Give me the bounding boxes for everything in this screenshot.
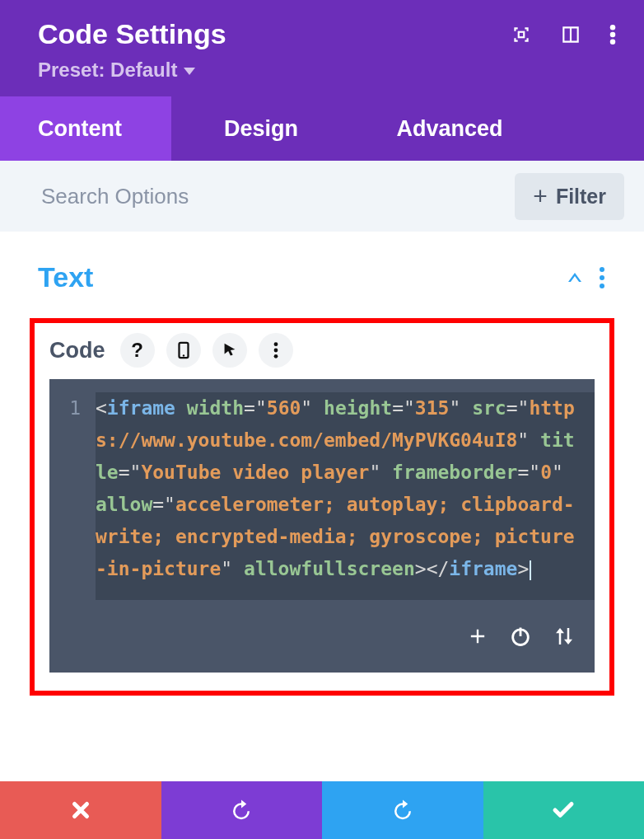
- code-field-label: Code: [49, 338, 105, 363]
- panel-title: Code Settings: [38, 18, 226, 50]
- svg-point-6: [273, 342, 278, 346]
- line-gutter: 1: [49, 392, 96, 600]
- svg-point-5: [182, 354, 184, 356]
- svg-point-8: [273, 354, 278, 359]
- code-field-highlight: Code ? 1 <iframe width="560" height="315…: [30, 318, 614, 696]
- plus-icon: +: [533, 190, 548, 203]
- svg-point-3: [610, 39, 616, 45]
- save-button[interactable]: [483, 781, 645, 839]
- code-editor[interactable]: 1 <iframe width="560" height="315" src="…: [49, 379, 595, 673]
- preset-label: Preset: Default: [38, 59, 177, 82]
- line-number: 1: [49, 392, 81, 424]
- mobile-icon[interactable]: [166, 333, 201, 368]
- code-content[interactable]: <iframe width="560" height="315" src="ht…: [96, 392, 595, 600]
- filter-button[interactable]: + Filter: [515, 173, 624, 220]
- section-title[interactable]: Text: [38, 261, 93, 293]
- search-bar: + Filter: [0, 161, 644, 232]
- tab-design[interactable]: Design: [171, 96, 351, 161]
- more-icon[interactable]: [609, 24, 616, 45]
- expand-icon[interactable]: [511, 24, 532, 45]
- tab-advanced[interactable]: Advanced: [351, 96, 548, 161]
- help-icon[interactable]: ?: [120, 333, 155, 368]
- cancel-button[interactable]: [0, 781, 161, 839]
- section-more-icon[interactable]: [598, 265, 606, 290]
- cursor-icon[interactable]: [212, 333, 247, 368]
- editor-add-icon[interactable]: [466, 625, 489, 648]
- svg-point-1: [610, 25, 616, 30]
- preset-dropdown[interactable]: Preset: Default: [38, 59, 619, 82]
- panel-split-icon[interactable]: [560, 24, 581, 45]
- section-header: Text: [0, 232, 644, 293]
- code-more-icon[interactable]: [259, 333, 293, 368]
- chevron-up-icon[interactable]: [568, 273, 581, 282]
- editor-power-icon[interactable]: [509, 625, 532, 648]
- search-input[interactable]: [41, 184, 515, 209]
- editor-sort-icon[interactable]: [552, 624, 576, 649]
- redo-button[interactable]: [322, 781, 483, 839]
- undo-button[interactable]: [161, 781, 323, 839]
- tab-bar: Content Design Advanced: [0, 96, 644, 161]
- footer-action-bar: [0, 781, 644, 839]
- header: Code Settings Preset: Default: [0, 0, 644, 96]
- svg-rect-0: [519, 31, 525, 37]
- svg-point-7: [273, 349, 278, 353]
- chevron-down-icon: [184, 68, 195, 75]
- editor-footer: [49, 600, 595, 673]
- code-toolbar: Code ?: [49, 333, 595, 368]
- filter-label: Filter: [556, 185, 606, 209]
- svg-point-2: [610, 31, 616, 37]
- header-action-group: [511, 24, 616, 45]
- tab-content[interactable]: Content: [0, 96, 171, 161]
